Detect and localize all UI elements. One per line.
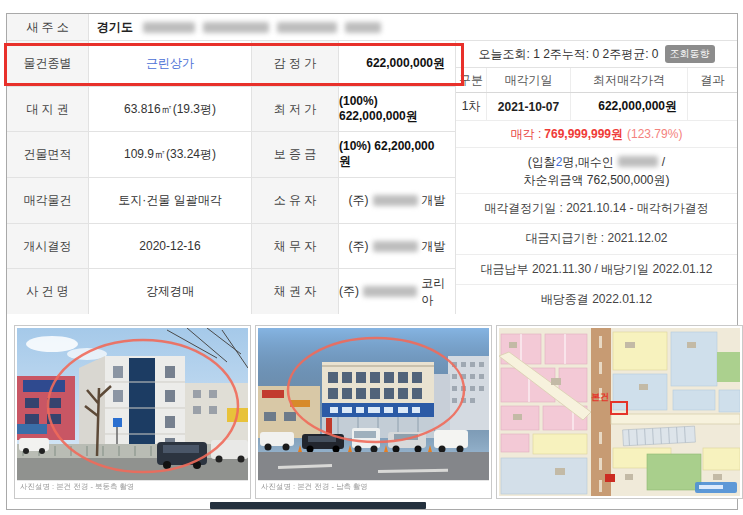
photo1-caption: 사진설명 : 본건 전경 - 북동측 촬영	[17, 480, 248, 493]
auction-panel: 오늘조회: 1 2주누적: 0 2주평균: 0 조회동향 구분 매각기일 최저매…	[456, 41, 737, 314]
photo-thumbnail-2[interactable]: 사진설명 : 본건 전경 - 남측 촬영	[255, 325, 492, 499]
schedule-row-closing: 배당종결 2022.01.12	[456, 285, 737, 314]
deposit: (10%) 62,200,000원	[339, 132, 455, 177]
table-row: 개시결정 2020-12-16 채 무 자 (주) 개발	[7, 224, 455, 270]
bid-mid: 명,매수인	[563, 153, 614, 171]
address-value: 경기도	[89, 14, 737, 40]
bid-tail: /	[662, 153, 665, 171]
property-table: 물건종별 근린상가 감 정 가 622,000,000원 대 지 권 63.81…	[7, 41, 456, 314]
table-row: 사 건 명 강제경매 채 권 자 (주) 코리아	[7, 269, 455, 314]
col-sale-date: 매각기일	[487, 68, 571, 92]
creditor-value: (주) 코리아	[339, 269, 455, 314]
property-type-link[interactable]: 근린상가	[89, 41, 252, 86]
table-row: 물건종별 근린상가 감 정 가 622,000,000원	[7, 41, 455, 87]
view-stats-row: 오늘조회: 1 2주누적: 0 2주평균: 0 조회동향	[456, 41, 737, 68]
address-row: 새 주 소 경기도	[7, 14, 737, 41]
field-label: 소 유 자	[252, 178, 339, 223]
bid-pre: (입찰	[528, 153, 556, 171]
photo-thumbnail-1[interactable]: 사진설명 : 본건 전경 - 북동측 촬영	[14, 325, 251, 499]
creditor-suffix: 코리아	[421, 275, 455, 309]
min-price-value: 622,000,000원	[571, 93, 688, 120]
debtor-suffix: 개발	[422, 238, 446, 255]
building-photo-south	[258, 328, 489, 480]
debtor-value: (주) 개발	[339, 224, 455, 269]
bid-info-row: (입찰2명,매수인 / 차순위금액 762,500,000원)	[456, 148, 737, 194]
field-label: 매각물건	[7, 178, 89, 223]
redacted-address-2	[203, 22, 269, 33]
col-min-price: 최저매각가격	[571, 68, 688, 92]
table-row: 대 지 권 63.816㎡(19.3평) 최 저 가 (100%) 622,00…	[7, 87, 455, 133]
round-value: 1차	[456, 93, 487, 120]
field-label: 채 권 자	[252, 269, 339, 314]
redacted-address-4	[345, 22, 381, 33]
sale-result-amount: 769,999,999원	[544, 126, 623, 143]
sale-object: 토지·건물 일괄매각	[89, 178, 252, 223]
schedule-row-decision: 매각결정기일 : 2021.10.14 - 매각허가결정	[456, 194, 737, 224]
table-row: 매각물건 토지·건물 일괄매각 소 유 자 (주) 개발	[7, 178, 455, 224]
owner-prefix: (주)	[349, 192, 369, 209]
field-label: 사 건 명	[7, 269, 89, 314]
map-thumbnail[interactable]: 본건	[496, 325, 743, 499]
land-area: 63.816㎡(19.3평)	[89, 87, 252, 132]
redacted-creditor	[363, 286, 417, 297]
redacted-address-1	[143, 22, 195, 33]
start-decision-date: 2020-12-16	[89, 224, 252, 269]
minimum-price: (100%) 622,000,000원	[339, 87, 455, 132]
field-label: 물건종별	[7, 41, 89, 86]
field-label: 감 정 가	[252, 41, 339, 86]
address-province: 경기도	[97, 19, 133, 36]
listing-panel: 새 주 소 경기도 물건종별 근린상가 감 정 가 622,000,000원 대	[6, 13, 738, 510]
case-type: 강제경매	[89, 269, 252, 314]
field-label: 채 무 자	[252, 224, 339, 269]
bid-info-line2: 차순위금액 762,500,000원)	[523, 171, 669, 189]
debtor-prefix: (주)	[349, 238, 369, 255]
view-trend-button[interactable]: 조회동향	[665, 45, 715, 63]
redacted-debtor	[373, 241, 418, 252]
building-photo-northeast	[17, 328, 248, 480]
building-area: 109.9㎡(33.24평)	[89, 132, 252, 177]
col-round: 구분	[456, 68, 487, 92]
map-subject-label: 본건	[591, 392, 609, 402]
field-label: 건물면적	[7, 132, 89, 177]
redacted-owner	[373, 195, 418, 206]
auction-table-header: 구분 매각기일 최저매각가격 결과	[456, 68, 737, 93]
field-label: 개시결정	[7, 224, 89, 269]
redacted-address-3	[277, 22, 337, 33]
sale-result-row: 매각 : 769,999,999원 (123.79%)	[456, 121, 737, 148]
redacted-buyer	[618, 156, 658, 167]
field-label: 최 저 가	[252, 87, 339, 132]
field-label: 대 지 권	[7, 87, 89, 132]
bid-info-line1: (입찰2명,매수인 /	[528, 153, 665, 171]
field-label: 보 증 금	[252, 132, 339, 177]
schedule-row-payment-deadline: 대금지급기한 : 2021.12.02	[456, 224, 737, 254]
creditor-prefix: (주)	[339, 283, 359, 300]
sale-result-label: 매각 :	[511, 126, 542, 143]
photo2-caption: 사진설명 : 본건 전경 - 남측 촬영	[258, 480, 489, 493]
media-strip: 사진설명 : 본건 전경 - 북동측 촬영	[14, 325, 739, 499]
result-value	[688, 93, 737, 120]
horizontal-scrollbar-thumb[interactable]	[210, 502, 426, 509]
appraisal-price: 622,000,000원	[339, 41, 455, 86]
sale-date-value: 2021-10-07	[487, 93, 571, 120]
owner-value: (주) 개발	[339, 178, 455, 223]
owner-suffix: 개발	[422, 192, 446, 209]
sale-result-percent: (123.79%)	[627, 127, 682, 141]
bidder-count: 2	[556, 153, 563, 171]
detail-section: 물건종별 근린상가 감 정 가 622,000,000원 대 지 권 63.81…	[7, 41, 737, 314]
address-label: 새 주 소	[7, 14, 89, 40]
auction-listing-page: 새 주 소 경기도 물건종별 근린상가 감 정 가 622,000,000원 대	[0, 0, 743, 515]
col-result: 결과	[688, 68, 737, 92]
auction-table-row: 1차 2021-10-07 622,000,000원	[456, 93, 737, 121]
cadastral-map: 본건	[499, 328, 740, 496]
view-stats-text: 오늘조회: 1 2주누적: 0 2주평균: 0	[478, 46, 658, 63]
table-row: 건물면적 109.9㎡(33.24평) 보 증 금 (10%) 62,200,0…	[7, 132, 455, 178]
schedule-row-payment-dividend: 대금납부 2021.11.30 / 배당기일 2022.01.12	[456, 255, 737, 285]
